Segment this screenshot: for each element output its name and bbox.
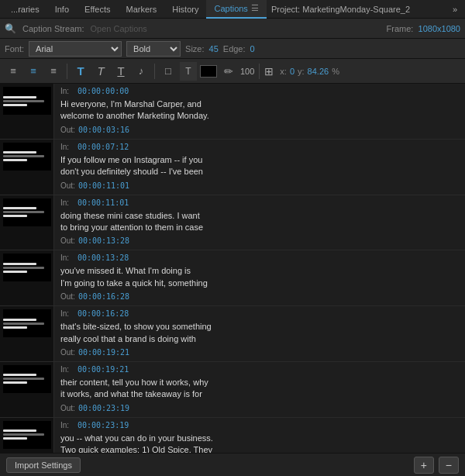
tab-markers[interactable]: Markers — [118, 0, 164, 19]
search-bar: 🔍 Caption Stream: Open Captions Frame: 1… — [0, 19, 465, 39]
caption-item[interactable]: In:00:00:23:19you -- what you can do in … — [0, 418, 465, 453]
in-timecode: 00:00:19:21 — [78, 365, 129, 374]
thumbnail-image — [3, 198, 51, 226]
out-label: Out: — [60, 404, 75, 412]
caption-thumbnail — [0, 140, 54, 195]
caption-item[interactable]: In:00:00:19:21their content, tell you ho… — [0, 362, 465, 418]
caption-meta: In:00:00:13:28you've missed it. What I'm… — [54, 250, 465, 305]
caption-meta: In:00:00:11:01doing these mini case stud… — [54, 195, 465, 250]
in-timecode: 00:00:23:19 — [78, 421, 129, 429]
add-caption-btn[interactable]: + — [414, 457, 434, 474]
tab-info[interactable]: Info — [47, 0, 77, 19]
caption-item[interactable]: In:00:00:16:28that's bite-sized, to show… — [0, 306, 465, 362]
grid-icon: ⊞ — [264, 65, 274, 78]
opacity-value: 100 — [240, 67, 254, 76]
thumbnail-image — [3, 421, 51, 449]
thumb-bar — [3, 104, 27, 106]
caption-item[interactable]: In:00:00:00:00Hi everyone, I'm Marshal C… — [0, 84, 465, 140]
tab-libraries[interactable]: ...raries — [3, 0, 47, 19]
out-label: Out: — [60, 348, 75, 357]
tab-captions[interactable]: Captions ☰ — [206, 0, 266, 19]
captions-menu-icon: ☰ — [251, 3, 259, 13]
in-label: In: — [60, 365, 74, 374]
align-center-btn[interactable]: ≡ — [25, 62, 42, 81]
color-swatch[interactable] — [200, 65, 217, 78]
box-btn[interactable]: □ — [160, 62, 177, 81]
import-settings-btn[interactable]: Import Settings — [6, 457, 81, 473]
out-time-row: Out:00:00:03:16 — [60, 126, 459, 134]
toolbar-sep-1 — [67, 64, 67, 79]
font-select[interactable]: Arial — [29, 41, 122, 57]
thumb-bar — [3, 155, 44, 157]
edge-value: 0 — [250, 44, 255, 53]
frame-label: Frame: 1080x1080 — [387, 24, 460, 33]
out-time-row: Out:00:00:11:01 — [60, 181, 459, 190]
search-icon: 🔍 — [5, 23, 16, 34]
bottom-bar: Import Settings + − — [0, 453, 465, 476]
in-label: In: — [60, 87, 74, 95]
thumb-bar — [3, 271, 27, 273]
caption-item[interactable]: In:00:00:13:28you've missed it. What I'm… — [0, 250, 465, 306]
thumbnail-image — [3, 87, 51, 115]
out-time-row: Out:00:00:19:21 — [60, 348, 459, 357]
caption-list: In:00:00:00:00Hi everyone, I'm Marshal C… — [0, 84, 465, 453]
italic-btn[interactable]: T — [92, 62, 109, 81]
caption-meta: In:00:00:00:00Hi everyone, I'm Marshal C… — [54, 84, 465, 139]
pct-symbol: % — [332, 67, 339, 76]
thumb-bar — [3, 323, 44, 325]
caption-item[interactable]: In:00:00:07:12If you follow me on Instag… — [0, 140, 465, 195]
out-label: Out: — [60, 236, 75, 245]
style-select[interactable]: Bold — [126, 41, 181, 57]
caption-thumbnail — [0, 362, 54, 417]
in-timecode: 00:00:13:28 — [78, 254, 129, 262]
thumbnail-image — [3, 143, 51, 171]
out-timecode: 00:00:19:21 — [78, 348, 129, 357]
remove-caption-btn[interactable]: − — [439, 457, 459, 474]
caption-meta: In:00:00:07:12If you follow me on Instag… — [54, 140, 465, 195]
text-bg-btn[interactable]: T — [180, 62, 197, 81]
caption-item[interactable]: In:00:00:11:01doing these mini case stud… — [0, 195, 465, 251]
in-label: In: — [60, 143, 74, 151]
caption-thumbnail — [0, 250, 54, 305]
in-label: In: — [60, 254, 74, 262]
edge-label: Edge: — [223, 44, 246, 53]
toolbar-coords: x: 0 y: 84.26 % — [280, 67, 339, 76]
thumbnail-image — [3, 254, 51, 281]
out-timecode: 00:00:11:01 — [78, 181, 129, 190]
out-time-row: Out:00:00:23:19 — [60, 404, 459, 412]
size-value: 45 — [209, 44, 219, 53]
thumb-bar — [3, 374, 36, 376]
thumb-bar — [3, 267, 44, 269]
caption-stream-value: Open Captions — [90, 24, 146, 33]
out-label: Out: — [60, 292, 75, 301]
thumbnail-image — [3, 309, 51, 337]
align-right-btn[interactable]: ≡ — [45, 62, 62, 81]
out-time-row: Out:00:00:16:28 — [60, 292, 459, 301]
out-timecode: 00:00:13:28 — [78, 236, 129, 245]
caption-text: their content, tell you how it works, wh… — [60, 377, 459, 401]
thumb-bar — [3, 319, 36, 321]
thumbnail-image — [3, 365, 51, 393]
frame-value: 1080x1080 — [418, 24, 460, 33]
overflow-btn[interactable]: » — [448, 5, 462, 14]
tab-history[interactable]: History — [164, 0, 206, 19]
in-timecode: 00:00:07:12 — [78, 143, 129, 151]
thumb-bar — [3, 100, 44, 102]
caption-meta: In:00:00:19:21their content, tell you ho… — [54, 362, 465, 417]
pen-btn[interactable]: ✏ — [220, 62, 237, 81]
caption-text: that's bite-sized, to show you something… — [60, 321, 459, 345]
y-label: y: — [298, 67, 305, 76]
thumb-bar — [3, 215, 27, 217]
project-label: Project: MarketingMonday-Square_2 — [267, 5, 415, 14]
bold-btn[interactable]: T — [72, 62, 89, 81]
tab-effects[interactable]: Effects — [77, 0, 118, 19]
caption-thumbnail — [0, 418, 54, 453]
align-left-btn[interactable]: ≡ — [5, 62, 22, 81]
caption-text: doing these mini case studies. I want to… — [60, 210, 459, 234]
out-timecode: 00:00:03:16 — [78, 126, 129, 134]
caption-stream-label: Caption Stream: — [22, 24, 84, 33]
underline-btn[interactable]: T — [112, 62, 129, 81]
music-note-btn[interactable]: ♪ — [133, 62, 150, 81]
thumb-bar — [3, 381, 27, 384]
caption-meta: In:00:00:23:19you -- what you can do in … — [54, 418, 465, 453]
